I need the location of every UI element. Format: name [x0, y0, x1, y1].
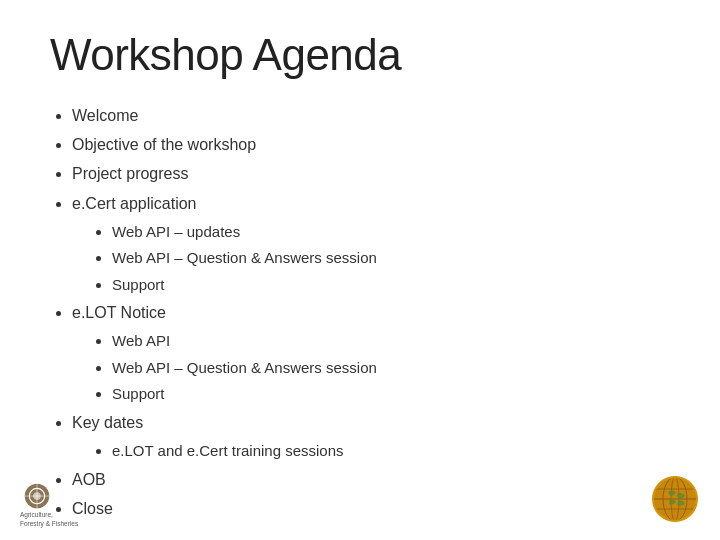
- sub-list: Web API Web API – Question & Answers ses…: [112, 328, 670, 407]
- keydates-list: Key dates e.LOT and e.Cert training sess…: [72, 409, 670, 464]
- globe-icon: [650, 474, 700, 524]
- list-item: e.LOT and e.Cert training sessions: [112, 438, 670, 464]
- slide-title: Workshop Agenda: [50, 30, 670, 80]
- agenda-content: Welcome Objective of the workshop Projec…: [50, 102, 670, 522]
- list-item: Close: [72, 495, 670, 522]
- list-item: AOB: [72, 466, 670, 493]
- logo-right-area: [650, 474, 700, 528]
- list-item: Web API – Question & Answers session: [112, 245, 670, 271]
- list-item: Web API – Question & Answers session: [112, 355, 670, 381]
- logo-left-area: Agriculture,Forestry & Fisheries: [20, 483, 100, 528]
- sub-list: Web API – updates Web API – Question & A…: [112, 219, 670, 298]
- list-item: Project progress: [72, 160, 670, 187]
- dept-name-text: Agriculture,Forestry & Fisheries: [20, 511, 78, 528]
- dept-emblem-icon: [20, 483, 54, 509]
- slide: Workshop Agenda Welcome Objective of the…: [0, 0, 720, 540]
- list-item: e.LOT Notice Web API Web API – Question …: [72, 299, 670, 407]
- list-item: Support: [112, 272, 670, 298]
- list-item: Welcome: [72, 102, 670, 129]
- bottom-list: AOB Close: [72, 466, 670, 522]
- list-item: Objective of the workshop: [72, 131, 670, 158]
- list-item: Web API – updates: [112, 219, 670, 245]
- elot-list: e.LOT Notice Web API Web API – Question …: [72, 299, 670, 407]
- left-logo: Agriculture,Forestry & Fisheries: [20, 483, 100, 528]
- list-item: Support: [112, 381, 670, 407]
- sub-list: e.LOT and e.Cert training sessions: [112, 438, 670, 464]
- list-item: Key dates e.LOT and e.Cert training sess…: [72, 409, 670, 464]
- top-list: Welcome Objective of the workshop Projec…: [72, 102, 670, 297]
- list-item: Web API: [112, 328, 670, 354]
- list-item: e.Cert application Web API – updates Web…: [72, 190, 670, 298]
